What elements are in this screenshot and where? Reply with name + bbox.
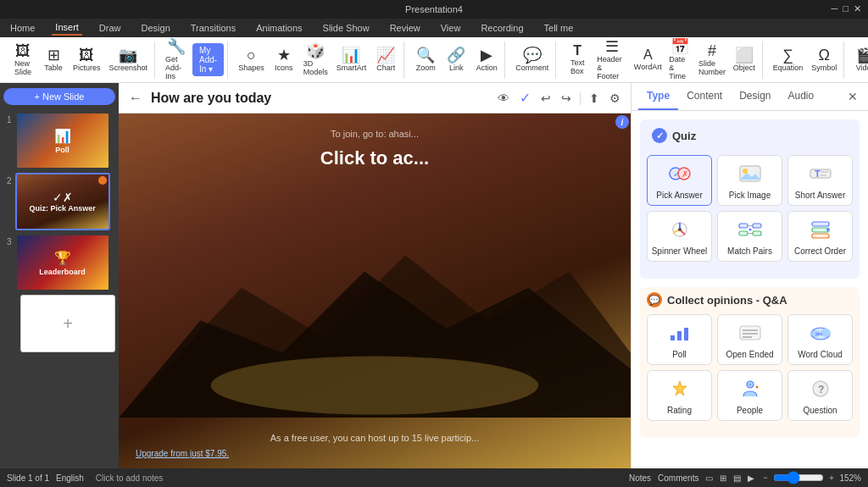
type-card-people[interactable]: People <box>717 370 782 421</box>
add-notes-text: Click to add notes <box>96 473 164 483</box>
slide-toolbar-icons: 👁 ✓ ↩ ↪ ⬆ ⚙ <box>496 88 622 108</box>
view-normal-icon[interactable]: ▭ <box>705 473 713 483</box>
slide-thumb-1[interactable]: 📊 Poll <box>15 112 110 169</box>
ribbon-tab-recording[interactable]: Recording <box>477 21 526 35</box>
slide-item-3[interactable]: 3 🏆 Leaderboard <box>3 234 115 291</box>
settings-icon[interactable]: ⚙ <box>608 90 622 107</box>
minimize-icon[interactable]: ─ <box>832 3 838 14</box>
ribbon-tab-tellme[interactable]: Tell me <box>541 21 577 35</box>
zoom-in-button[interactable]: ＋ <box>827 472 836 484</box>
comment-icon: 💬 <box>523 47 542 63</box>
tab-type[interactable]: Type <box>638 83 678 110</box>
notes-button[interactable]: Notes <box>629 473 651 483</box>
eye-icon[interactable]: 👁 <box>496 90 511 107</box>
zoom-button[interactable]: 🔍 Zoom <box>411 46 440 74</box>
back-button[interactable]: ← <box>127 89 144 108</box>
check-icon[interactable]: ✓ <box>518 88 532 108</box>
slide-thumb-2[interactable]: ✓✗ Quiz: Pick Answer <box>15 173 110 230</box>
new-slide-panel-button[interactable]: + New Slide <box>3 88 115 105</box>
icons-icon: ★ <box>277 47 291 63</box>
ribbon-tab-home[interactable]: Home <box>7 21 38 35</box>
ribbon-tab-draw[interactable]: Draw <box>96 21 125 35</box>
toolbar-group-symbols: ∑ Equation Ω Symbol <box>766 42 845 79</box>
upgrade-link[interactable]: Upgrade from just $7.95. <box>136 449 229 458</box>
view-reading-icon[interactable]: ▤ <box>733 473 741 483</box>
slide-item-2[interactable]: 2 ✓✗ Quiz: Pick Answer <box>3 173 115 230</box>
textbox-button[interactable]: T TextBox <box>563 42 592 77</box>
video-button[interactable]: 🎬 Video <box>851 46 868 74</box>
type-card-poll[interactable]: Poll <box>647 314 712 365</box>
slide-number-button[interactable]: # SlideNumber <box>696 42 727 78</box>
open-ended-icon <box>738 324 762 346</box>
ribbon-tab-design[interactable]: Design <box>138 21 174 35</box>
type-card-open-ended[interactable]: Open Ended <box>717 314 782 365</box>
close-icon[interactable]: ✕ <box>854 3 861 14</box>
icons-button[interactable]: ★ Icons <box>270 46 298 74</box>
toolbar: 🖼 NewSlide ⊞ Table 🖼 Pictures 📷 Screensh… <box>0 37 868 83</box>
wordart-button[interactable]: A WordArt <box>632 47 664 73</box>
add-slide-button[interactable]: + <box>20 295 115 352</box>
action-icon: ▶ <box>481 47 492 63</box>
table-button[interactable]: ⊞ Table <box>39 46 68 74</box>
zoom-out-button[interactable]: － <box>761 472 770 484</box>
ribbon-tab-transitions[interactable]: Transitions <box>187 21 239 35</box>
ribbon-tab-insert[interactable]: Insert <box>52 20 82 36</box>
spinner-wheel-label: Spinner Wheel <box>652 246 708 256</box>
slide-item-add[interactable]: + <box>3 295 115 352</box>
type-card-word-cloud[interactable]: abc Word Cloud <box>787 314 853 365</box>
symbol-button[interactable]: Ω Symbol <box>808 46 840 74</box>
info-badge[interactable]: i <box>615 115 629 129</box>
object-button[interactable]: ⬜ Object <box>730 46 759 74</box>
quiz-type-grid: ✓ ✗ Pick Answer <box>647 155 853 262</box>
type-card-pick-answer[interactable]: ✓ ✗ Pick Answer <box>647 155 712 206</box>
svg-text:?: ? <box>818 384 824 396</box>
action-button[interactable]: ▶ Action <box>472 46 501 74</box>
type-card-rating[interactable]: Rating <box>647 370 712 421</box>
3d-models-button[interactable]: 🎲 3DModels <box>300 42 331 78</box>
collect-section: 💬 Collect opinions - Q&A Poll <box>640 287 860 438</box>
undo-icon[interactable]: ↩ <box>539 90 553 107</box>
shapes-button[interactable]: ○ Shapes <box>235 46 268 74</box>
type-card-short-answer[interactable]: T Short Answer <box>787 155 853 206</box>
tab-content[interactable]: Content <box>678 83 731 110</box>
view-show-icon[interactable]: ▶ <box>748 473 754 483</box>
equation-button[interactable]: ∑ Equation <box>770 46 807 74</box>
header-footer-button[interactable]: ☰ Header &Footer <box>593 37 630 82</box>
screenshot-button[interactable]: 📷 Screenshot <box>106 46 152 74</box>
svg-rect-19 <box>753 231 761 235</box>
type-card-question[interactable]: ? Question <box>787 370 853 421</box>
ribbon-tab-review[interactable]: Review <box>387 21 424 35</box>
my-addins-button[interactable]: My Add-In ▾ <box>192 43 224 76</box>
view-slide-icon[interactable]: ⊞ <box>720 473 726 483</box>
svg-point-15 <box>678 228 682 231</box>
type-card-correct-order[interactable]: ✓ Correct Order <box>787 211 853 262</box>
title-bar-icons: ─ □ ✕ <box>832 3 861 14</box>
pick-answer-label: Pick Answer <box>656 191 702 200</box>
maximize-icon[interactable]: □ <box>843 3 849 14</box>
tab-design[interactable]: Design <box>731 83 779 110</box>
redo-icon[interactable]: ↪ <box>559 90 573 107</box>
chart-button[interactable]: 📈 Chart <box>371 46 400 74</box>
smartart-button[interactable]: 📊 SmartArt <box>333 46 370 74</box>
ribbon-tab-view[interactable]: View <box>437 21 465 35</box>
add-ins-button[interactable]: 🔧 Get Add-Ins <box>162 37 191 82</box>
zoom-level[interactable]: 152% <box>839 473 861 483</box>
type-card-pick-image[interactable]: Pick Image <box>717 155 782 206</box>
slide-overlay-3: 🏆 Leaderboard <box>17 235 108 290</box>
date-time-button[interactable]: 📅 Date &Time <box>665 37 694 82</box>
share-icon[interactable]: ⬆ <box>587 90 601 107</box>
tab-audio[interactable]: Audio <box>780 83 823 110</box>
comments-button[interactable]: Comments <box>658 473 698 483</box>
ribbon-tab-animations[interactable]: Animations <box>253 21 305 35</box>
type-card-match-pairs[interactable]: Match Pairs <box>717 211 782 262</box>
panel-close-button[interactable]: ✕ <box>844 86 861 107</box>
comment-button[interactable]: 💬 Comment <box>512 46 552 74</box>
ribbon-tab-slideshow[interactable]: Slide Show <box>320 21 373 35</box>
new-slide-button[interactable]: 🖼 NewSlide <box>8 42 37 78</box>
type-card-spinner-wheel[interactable]: Spinner Wheel <box>647 211 712 262</box>
pictures-button[interactable]: 🖼 Pictures <box>70 46 104 74</box>
slide-thumb-3[interactable]: 🏆 Leaderboard <box>15 234 110 291</box>
zoom-slider[interactable] <box>773 471 824 484</box>
link-button[interactable]: 🔗 Link <box>442 46 470 74</box>
slide-item-1[interactable]: 1 📊 Poll <box>3 112 115 169</box>
